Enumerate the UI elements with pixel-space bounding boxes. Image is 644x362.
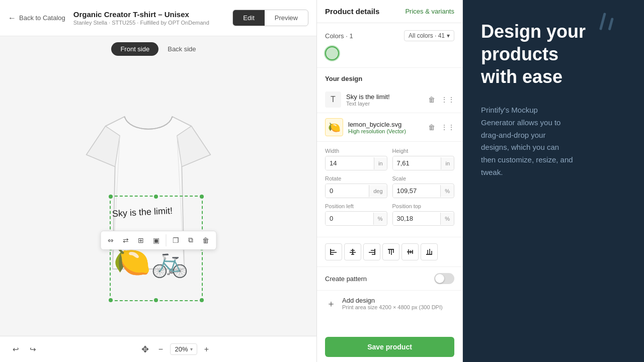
tab-edit[interactable]: Edit (233, 10, 264, 26)
redo-button[interactable]: ↪ (25, 342, 40, 357)
zoom-out-button[interactable]: − (154, 343, 167, 356)
tab-back-side[interactable]: Back side (158, 42, 205, 56)
text-layer-delete-icon[interactable]: 🗑 (425, 93, 438, 106)
toggle-knob (435, 274, 444, 283)
delete-icon-btn[interactable]: 🗑 (199, 233, 213, 247)
pattern-toggle[interactable] (434, 273, 454, 284)
rotate-label: Rotate (325, 175, 387, 182)
width-input-wrap: in (325, 156, 387, 170)
save-btn-wrap: Save product (317, 332, 462, 362)
svg-rect-26 (599, 13, 606, 30)
back-arrow-icon: ← (8, 14, 16, 23)
add-design-subtitle: Print area size 4200 × 4800 px (300 DPI) (342, 304, 443, 310)
top-bar: ← Back to Catalog Organic Creator T-shir… (0, 0, 316, 36)
rotate-scale-row: Rotate deg Scale % (325, 175, 454, 198)
align-middle-button[interactable] (401, 243, 419, 260)
tab-front-side[interactable]: Front side (111, 42, 158, 56)
pos-top-unit: % (440, 213, 454, 225)
text-layer-more-icon[interactable]: ⋮⋮ (441, 93, 454, 106)
pattern-label: Create pattern (325, 275, 367, 283)
text-layer-info: Sky is the limit! Text layer (346, 93, 420, 107)
handle-bm[interactable] (154, 298, 158, 302)
width-height-row: Width in Height in (325, 148, 454, 170)
pos-top-label: Position top (392, 203, 455, 209)
zoom-in-button[interactable]: + (200, 343, 213, 356)
rotate-input-wrap: deg (325, 184, 387, 198)
handle-tl[interactable] (109, 195, 113, 199)
details-header: Product details Prices & variants (317, 0, 462, 23)
scale-input[interactable] (393, 184, 441, 198)
pos-left-input[interactable] (326, 212, 373, 225)
align-right-button[interactable] (363, 243, 380, 260)
svg-layer-more-icon[interactable]: ⋮⋮ (441, 121, 454, 134)
product-subtitle: Stanley Stella · STTU255 · Fulfilled by … (73, 20, 225, 26)
svg-rect-9 (352, 249, 353, 255)
add-design-title[interactable]: Add design (342, 297, 443, 304)
tab-preview[interactable]: Preview (265, 10, 308, 26)
rotate-field-group: Rotate deg (325, 175, 387, 198)
handle-br[interactable] (200, 298, 204, 302)
side-tabs: Front side Back side (0, 36, 316, 60)
zoom-chevron-icon: ▾ (190, 346, 193, 352)
copy-icon-btn[interactable]: ⧉ (184, 233, 198, 247)
svg-layer-item: 🍋 lemon_bycicle.svg High resolution (Vec… (317, 113, 462, 142)
handle-bl[interactable] (109, 298, 113, 302)
edit-preview-tabs: Edit Preview (232, 10, 308, 26)
height-input-wrap: in (392, 156, 455, 170)
add-design-section: ＋ Add design Print area size 4200 × 4800… (317, 291, 462, 316)
resize-icon-btn[interactable]: ⇔ (104, 233, 118, 247)
handle-tm[interactable] (154, 195, 158, 199)
svg-rect-3 (331, 252, 337, 253)
zoom-display[interactable]: 20% ▾ (170, 343, 197, 355)
duplicate-icon-btn[interactable]: ❐ (169, 233, 183, 247)
svg-rect-21 (407, 251, 413, 252)
svg-layer-info: lemon_bycicle.svg High resolution (Vecto… (348, 121, 420, 134)
promo-deco-svg (599, 10, 629, 50)
back-to-catalog-link[interactable]: ← Back to Catalog (8, 14, 65, 23)
handle-tr[interactable] (200, 195, 204, 199)
height-input[interactable] (393, 156, 441, 170)
details-title: Product details (325, 7, 379, 16)
promo-decoration (599, 10, 629, 50)
svg-rect-17 (388, 249, 394, 250)
pattern-section: Create pattern (317, 267, 462, 291)
pos-left-input-wrap: % (325, 211, 387, 226)
pos-top-input-wrap: % (392, 211, 455, 226)
svg-rect-14 (389, 250, 390, 254)
tshirt-canvas[interactable]: Sky is the limit! 🍋🚲 (0, 60, 316, 336)
position-row: Position left % Position top % (325, 203, 454, 226)
prices-variants-link[interactable]: Prices & variants (405, 8, 454, 15)
canvas-area: Front side Back side (0, 36, 316, 336)
color-swatch-green[interactable] (325, 46, 339, 60)
promo-panel: Design yourproductswith ease Printify's … (463, 0, 644, 362)
undo-button[interactable]: ↩ (8, 342, 23, 357)
toolbar-divider (166, 234, 166, 246)
design-toolbar: ⇔ ⇄ ⊞ ▣ ❐ ⧉ 🗑 (100, 231, 216, 250)
product-title: Organic Creator T-shirt – Unisex (73, 10, 225, 19)
product-info: Organic Creator T-shirt – Unisex Stanley… (73, 10, 225, 26)
scale-field-group: Scale % (392, 175, 455, 198)
align-center-h-button[interactable] (344, 243, 361, 260)
crop-icon-btn[interactable]: ⊞ (134, 233, 148, 247)
svg-layer-delete-icon[interactable]: 🗑 (425, 121, 438, 134)
rotate-input[interactable] (326, 184, 369, 198)
align-top-button[interactable] (382, 243, 399, 260)
save-product-button[interactable]: Save product (325, 337, 454, 357)
width-input[interactable] (326, 156, 374, 170)
align-left-button[interactable] (325, 243, 342, 260)
add-design-info: Add design Print area size 4200 × 4800 p… (342, 297, 443, 310)
rotate-unit: deg (369, 185, 386, 197)
tshirt-wrapper: Sky is the limit! 🍋🚲 (63, 98, 254, 299)
fields-section: Width in Height in Rotate (317, 142, 462, 237)
align-bottom-button[interactable] (421, 243, 438, 260)
width-unit: in (374, 157, 387, 169)
colors-header: Colors · 1 All colors · 41 ▾ (325, 30, 454, 41)
frame-icon-btn[interactable]: ▣ (149, 233, 163, 247)
pos-top-input[interactable] (393, 212, 441, 225)
center-tools: ✥ − 20% ▾ + (46, 343, 308, 356)
flip-h-icon-btn[interactable]: ⇄ (119, 233, 133, 247)
text-layer-actions: 🗑 ⋮⋮ (425, 93, 454, 106)
move-tool-icon[interactable]: ✥ (141, 344, 149, 355)
all-colors-button[interactable]: All colors · 41 ▾ (404, 30, 454, 41)
text-layer-item: T Sky is the limit! Text layer 🗑 ⋮⋮ (317, 86, 462, 113)
